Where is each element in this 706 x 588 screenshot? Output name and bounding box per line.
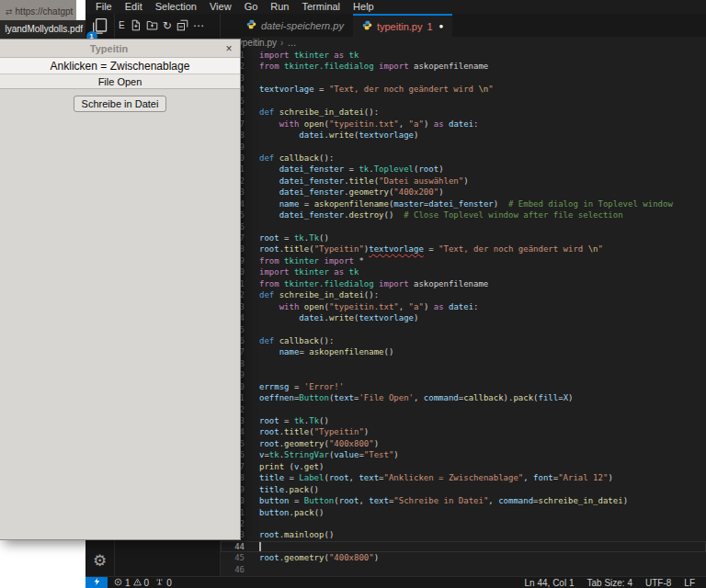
ports-indicator[interactable]: 0 [155, 578, 172, 588]
tab-datei-speichern[interactable]: datei-speichern.py [237, 14, 353, 37]
code-line[interactable]: 38title = Label(root, text="Anklicken = … [221, 472, 706, 483]
code-text [245, 541, 261, 552]
code-line[interactable]: 2from tkinter.filedialog import askopenf… [221, 61, 706, 72]
eol-indicator[interactable]: LF [684, 578, 695, 588]
code-line[interactable]: 40button = Button(root, text="Schreibe i… [221, 495, 706, 506]
line-number: 46 [221, 564, 245, 575]
menu-item-file[interactable]: File [89, 0, 119, 14]
code-text [245, 404, 259, 415]
code-line[interactable]: 43root.mainloop() [221, 529, 706, 540]
collapse-all-icon[interactable] [176, 19, 188, 31]
tab-size[interactable]: Tab Size: 4 [587, 578, 632, 588]
code-line[interactable]: 6def schreibe_in_datei(): [221, 107, 706, 118]
menu-item-go[interactable]: Go [238, 0, 265, 14]
code-text: root.geometry("400x800") [245, 552, 379, 563]
code-line[interactable]: 10def callback(): [221, 153, 706, 164]
menu-item-edit[interactable]: Edit [119, 0, 149, 14]
error-count: 1 [125, 578, 131, 588]
menu-item-help[interactable]: Help [347, 0, 381, 14]
code-text [245, 324, 259, 335]
line-number: 44 [221, 541, 245, 552]
code-line[interactable]: 30errmsg = 'Error!' [221, 381, 706, 392]
menu-item-selection[interactable]: Selection [149, 0, 203, 14]
code-line[interactable]: 22def schreibe_in_datei(): [221, 289, 706, 300]
code-line[interactable]: 35root.geometry("400x800") [221, 438, 706, 449]
cursor-position[interactable]: Ln 44, Col 1 [525, 578, 575, 588]
code-text: datei.write(textvorlage) [245, 312, 418, 323]
code-line[interactable]: 44 [221, 541, 706, 552]
code-line[interactable]: 8 datei.write(textvorlage) [221, 130, 706, 141]
tab-typeitin[interactable]: typeitin.py 1 ● [353, 14, 453, 37]
code-line[interactable]: 21from tkinter.filedialog import askopen… [221, 278, 706, 289]
code-text [245, 221, 259, 232]
code-line[interactable]: 5 [221, 96, 706, 107]
code-line[interactable]: 4textvorlage = "Text, der noch geändert … [221, 84, 706, 95]
code-line[interactable]: 29 [221, 369, 706, 380]
code-line[interactable]: 20import tkinter as tk [221, 266, 706, 277]
code-line[interactable]: 26def callback(): [221, 335, 706, 346]
code-line[interactable]: 13 datei_fenster.geometry("400x200") [221, 187, 706, 198]
refresh-icon[interactable]: ↻ [163, 19, 172, 32]
browser-pdf-tab[interactable]: lyandMollydolls.pdf [0, 20, 85, 39]
code-line[interactable]: 46 [221, 564, 706, 575]
code-line[interactable]: 16 [221, 221, 706, 232]
breadcrumb-file[interactable]: typeitin.py [235, 38, 277, 48]
code-text: with open("typeitin.txt", "a") as datei: [245, 301, 479, 312]
python-file-icon [362, 20, 372, 32]
code-line[interactable]: 27 name= askopenfilename() [221, 346, 706, 357]
code-line[interactable]: 7 with open("typeitin.txt", "a") as date… [221, 119, 706, 130]
code-line[interactable]: 23 with open("typeitin.txt", "a") as dat… [221, 301, 706, 312]
tkinter-window-title: Typeitin [0, 43, 218, 54]
code-text: button.pack() [245, 507, 324, 518]
menu-item-terminal[interactable]: Terminal [296, 0, 347, 14]
menu-item-view[interactable]: View [203, 0, 238, 14]
menu-bar: FileEditSelectionViewGoRunTerminalHelp [85, 0, 706, 14]
code-line[interactable]: 28 [221, 358, 706, 369]
code-line[interactable]: 41button.pack() [221, 507, 706, 518]
code-line[interactable]: 12 datei_fenster.title("Datei auswählen"… [221, 175, 706, 187]
code-text: from tkinter import * [245, 255, 364, 266]
breadcrumb[interactable]: typeitin.py›… [221, 37, 706, 50]
code-text: root.title("Typeitin") [245, 426, 369, 437]
code-line[interactable]: 45root.geometry("400x800") [221, 552, 706, 563]
code-line[interactable]: 15 datei_fenster.destroy() # Close Tople… [221, 209, 706, 220]
code-text: with open("typeitin.txt", "a") as datei: [245, 119, 479, 130]
code-line[interactable]: 33root = tk.Tk() [221, 415, 706, 426]
code-line[interactable]: 9 [221, 141, 706, 153]
breadcrumb-more[interactable]: … [287, 38, 296, 48]
new-folder-icon[interactable] [146, 19, 158, 31]
close-icon[interactable]: × [218, 42, 240, 55]
code-line[interactable]: 42 [221, 518, 706, 529]
code-line[interactable]: 14 name = askopenfilename(master=datei_f… [221, 198, 706, 209]
code-line[interactable]: 25 [221, 324, 706, 335]
explorer-activity-button[interactable]: 1 [90, 17, 110, 39]
menu-item-run[interactable]: Run [264, 0, 295, 14]
code-line[interactable]: 36v=tk.StringVar(value="Test") [221, 449, 706, 460]
file-open-button[interactable]: File Open [0, 74, 240, 89]
tkinter-titlebar[interactable]: Typeitin × [0, 40, 240, 58]
code-line[interactable]: 1import tkinter as tk [221, 50, 706, 61]
more-actions-icon[interactable]: ⋯ [193, 19, 204, 32]
code-text [245, 369, 259, 380]
code-line[interactable]: 11 datei_fenster = tk.Toplevel(root) [221, 164, 706, 175]
code-line[interactable]: 31oeffnen=Button(text='File Open', comma… [221, 392, 706, 403]
code-line[interactable]: 19from tkinter import * [221, 255, 706, 266]
new-file-icon[interactable] [130, 19, 142, 31]
code-line[interactable]: 3 [221, 73, 706, 84]
code-line[interactable]: 37print (v.get) [221, 461, 706, 472]
code-text: errmsg = 'Error!' [245, 381, 344, 392]
code-line[interactable]: 32 [221, 404, 706, 415]
problems-indicator[interactable]: 1 0 [114, 578, 149, 588]
status-bar: 1 0 0 Ln 44, Col 1 Tab Size: 4 UTF-8 LF [85, 576, 706, 588]
code-line[interactable]: 17root = tk.Tk() [221, 232, 706, 243]
remote-indicator[interactable] [85, 577, 108, 588]
code-text: oeffnen=Button(text='File Open', command… [245, 392, 573, 403]
schreibe-in-datei-button[interactable]: Schreibe in Datei [74, 96, 167, 112]
code-line[interactable]: 34root.title("Typeitin") [221, 426, 706, 437]
code-line[interactable]: 18root.title("Typeitin")textvorlage = "T… [221, 243, 706, 254]
code-line[interactable]: 24 datei.write(textvorlage) [221, 312, 706, 323]
encoding[interactable]: UTF-8 [645, 578, 671, 588]
code-line[interactable]: 39title.pack() [221, 484, 706, 495]
modified-dot-icon[interactable]: ● [439, 22, 444, 30]
gear-icon[interactable]: ⚙ [93, 551, 107, 571]
